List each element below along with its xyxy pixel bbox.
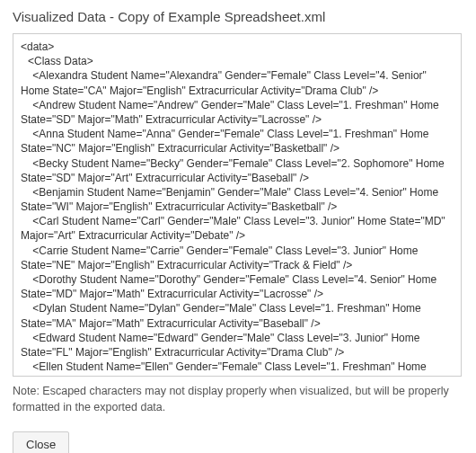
xml-student-row: <Anna Student Name="Anna" Gender="Female… xyxy=(21,127,454,155)
dialog-title: Visualized Data - Copy of Example Spread… xyxy=(13,9,463,24)
note-text: Note: Escaped characters may not display… xyxy=(13,384,463,415)
xml-student-row: <Alexandra Student Name="Alexandra" Gend… xyxy=(21,68,454,97)
xml-student-row: <Carrie Student Name="Carrie" Gender="Fe… xyxy=(21,244,454,272)
xml-root-open: <data> xyxy=(21,40,454,54)
xml-student-row: <Benjamin Student Name="Benjamin" Gender… xyxy=(21,185,454,214)
xml-student-row: <Dorothy Student Name="Dorothy" Gender="… xyxy=(21,272,454,301)
xml-student-row: <Edward Student Name="Edward" Gender="Ma… xyxy=(21,331,454,360)
xml-student-row: <Becky Student Name="Becky" Gender="Fema… xyxy=(21,156,454,185)
xml-student-row: <Dylan Student Name="Dylan" Gender="Male… xyxy=(21,301,454,330)
xml-content-box[interactable]: <data> <Class Data> <Alexandra Student N… xyxy=(13,33,462,377)
close-button[interactable]: Close xyxy=(13,431,69,453)
xml-class-open: <Class Data> xyxy=(21,54,454,68)
xml-student-row: <Ellen Student Name="Ellen" Gender="Fema… xyxy=(21,360,454,377)
xml-student-row: <Andrew Student Name="Andrew" Gender="Ma… xyxy=(21,98,454,127)
xml-student-row: <Carl Student Name="Carl" Gender="Male" … xyxy=(21,214,454,243)
xml-students-list: <Alexandra Student Name="Alexandra" Gend… xyxy=(21,68,454,377)
